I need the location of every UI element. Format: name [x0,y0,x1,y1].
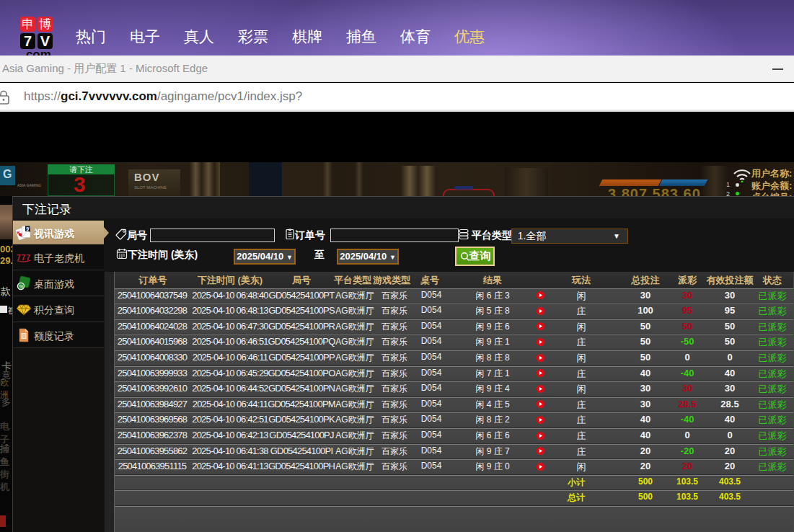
svg-text:%: % [19,284,24,289]
svg-text:777: 777 [17,253,30,262]
